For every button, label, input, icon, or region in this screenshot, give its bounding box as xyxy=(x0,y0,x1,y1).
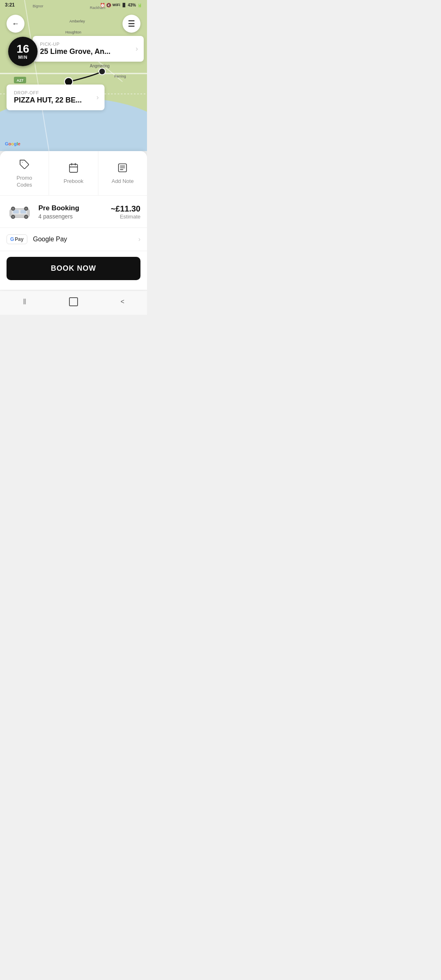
promo-codes-button[interactable]: PromoCodes xyxy=(0,151,49,195)
home-icon xyxy=(69,297,78,306)
add-note-button[interactable]: Add Note xyxy=(98,151,147,195)
gpay-badge: G Pay xyxy=(7,234,27,244)
svg-text:Amberley: Amberley xyxy=(69,19,85,23)
payment-chevron-icon: › xyxy=(138,236,140,243)
book-now-button[interactable]: BOOK NOW xyxy=(7,257,140,280)
action-row: PromoCodes Prebook xyxy=(0,151,147,196)
status-bar: 3:21 ⏰ 🔇 WiFi ▐▌ 43% 🔋 xyxy=(0,0,147,10)
pickup-label: PICK-UP xyxy=(40,42,110,47)
add-note-label: Add Note xyxy=(111,178,134,185)
promo-label: PromoCodes xyxy=(17,175,32,189)
note-icon xyxy=(117,163,128,175)
vehicle-price-label: Estimate xyxy=(111,214,140,220)
pickup-card[interactable]: PICK-UP 25 Lime Grove, An... › xyxy=(33,36,144,62)
eta-badge: 16 MIN xyxy=(8,37,38,66)
prebook-label: Prebook xyxy=(64,178,83,185)
vehicle-card[interactable]: Pre Booking 4 passengers ~£11.30 Estimat… xyxy=(0,196,147,228)
eta-unit: MIN xyxy=(18,55,27,60)
nav-home-button[interactable] xyxy=(65,295,82,308)
vehicle-price: ~£11.30 Estimate xyxy=(111,204,140,220)
dropoff-info: DROP-OFF PIZZA HUT, 22 BE... xyxy=(14,90,82,105)
svg-text:Angmering: Angmering xyxy=(90,64,109,68)
mute-icon: 🔇 xyxy=(106,3,111,7)
book-btn-wrap: BOOK NOW xyxy=(0,251,147,283)
gpay-g: G xyxy=(10,236,14,242)
vehicle-price-amount: ~£11.30 xyxy=(111,204,140,214)
nav-back-icon: < xyxy=(120,298,124,305)
svg-point-43 xyxy=(25,216,27,218)
svg-text:Ferring: Ferring xyxy=(114,74,126,78)
bottom-panel: PromoCodes Prebook xyxy=(0,151,147,290)
svg-point-40 xyxy=(12,207,14,209)
svg-point-21 xyxy=(99,68,105,75)
menu-button[interactable]: ☰ xyxy=(122,15,140,33)
pickup-info: PICK-UP 25 Lime Grove, An... xyxy=(40,42,110,56)
svg-point-42 xyxy=(12,216,14,218)
vehicle-image xyxy=(7,204,33,220)
payment-label: Google Pay xyxy=(33,236,138,243)
svg-rect-2 xyxy=(0,122,147,151)
prebook-button[interactable]: Prebook xyxy=(49,151,98,195)
calendar-icon xyxy=(68,163,79,175)
back-button[interactable]: ← xyxy=(7,15,24,33)
car-icon xyxy=(7,204,33,220)
dropoff-label: DROP-OFF xyxy=(14,90,82,95)
status-icons: ⏰ 🔇 WiFi ▐▌ 43% 🔋 xyxy=(100,3,142,7)
dropoff-chevron-icon: › xyxy=(96,93,99,102)
status-time: 3:21 xyxy=(5,2,15,8)
pickup-chevron-icon: › xyxy=(136,45,138,53)
eta-number: 16 xyxy=(16,43,29,55)
vehicle-passengers: 4 passengers xyxy=(38,213,111,220)
back-icon: ← xyxy=(12,20,19,28)
svg-text:A27: A27 xyxy=(17,78,24,82)
svg-rect-24 xyxy=(69,165,78,173)
pickup-address: 25 Lime Grove, An... xyxy=(40,47,110,56)
svg-point-41 xyxy=(25,207,27,209)
recents-icon: ⦀ xyxy=(23,297,26,306)
wifi-icon: WiFi xyxy=(112,3,120,7)
battery-icon: 🔋 xyxy=(137,3,142,7)
dropoff-address: PIZZA HUT, 22 BE... xyxy=(14,96,82,105)
promo-icon xyxy=(19,159,30,172)
payment-row[interactable]: G Pay Google Pay › xyxy=(0,228,147,251)
menu-icon: ☰ xyxy=(128,20,135,28)
dropoff-card[interactable]: DROP-OFF PIZZA HUT, 22 BE... › xyxy=(7,85,105,110)
battery-text: 43% xyxy=(128,3,136,7)
alarm-icon: ⏰ xyxy=(100,3,105,7)
vehicle-name: Pre Booking xyxy=(38,204,111,212)
google-watermark: Google xyxy=(5,141,20,146)
svg-text:Houghton: Houghton xyxy=(65,30,81,34)
vehicle-info: Pre Booking 4 passengers xyxy=(38,204,111,220)
signal-icon: ▐▌ xyxy=(121,3,127,7)
map-area: A27 Bignor Rackham Amberley Houghton Wal… xyxy=(0,0,147,151)
gpay-pay: Pay xyxy=(15,236,23,242)
nav-bar: ⦀ < xyxy=(0,290,147,315)
nav-recents-button[interactable]: ⦀ xyxy=(16,295,33,308)
nav-back-button[interactable]: < xyxy=(114,295,131,308)
